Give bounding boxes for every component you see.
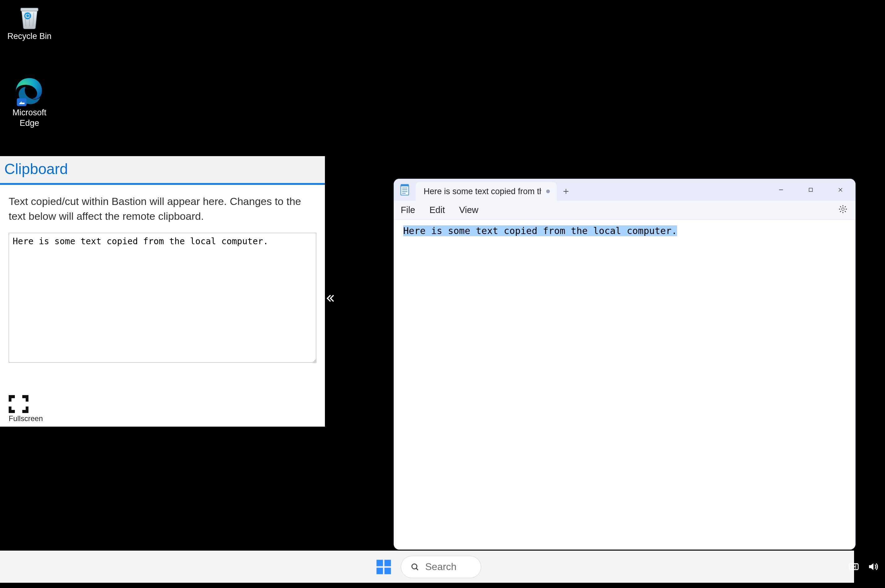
fullscreen-button[interactable]: Fullscreen bbox=[9, 395, 43, 423]
menu-file[interactable]: File bbox=[401, 205, 415, 215]
notepad-tab-title: Here is some text copied from the l bbox=[424, 187, 541, 196]
fullscreen-label: Fullscreen bbox=[9, 414, 43, 423]
selected-text: Here is some text copied from the local … bbox=[403, 225, 677, 236]
window-close-button[interactable] bbox=[826, 179, 855, 201]
window-minimize-button[interactable] bbox=[766, 179, 796, 201]
svg-rect-0 bbox=[21, 8, 38, 11]
speaker-icon bbox=[867, 561, 879, 573]
tray-input-indicator[interactable] bbox=[847, 560, 861, 574]
tray-volume[interactable] bbox=[866, 560, 880, 574]
keyboard-layout-icon bbox=[848, 561, 859, 573]
plus-icon bbox=[562, 188, 570, 195]
clipboard-panel-title: Clipboard bbox=[0, 156, 325, 185]
svg-rect-16 bbox=[376, 568, 383, 574]
svg-rect-12 bbox=[809, 188, 813, 192]
notepad-window: Here is some text copied from the l File… bbox=[394, 179, 856, 550]
windows-start-icon bbox=[375, 558, 392, 576]
notepad-app-icon bbox=[394, 179, 415, 201]
close-icon bbox=[837, 186, 844, 193]
recycle-bin-icon bbox=[3, 2, 56, 31]
desktop-icon-label: Recycle Bin bbox=[3, 31, 56, 42]
notepad-new-tab-button[interactable] bbox=[557, 182, 575, 201]
taskbar: Search bbox=[0, 550, 854, 583]
desktop-icon-label: Microsoft Edge bbox=[3, 108, 56, 129]
maximize-icon bbox=[807, 186, 814, 193]
svg-rect-7 bbox=[401, 184, 409, 186]
notepad-tab[interactable]: Here is some text copied from the l bbox=[415, 182, 557, 201]
svg-point-18 bbox=[412, 564, 417, 569]
svg-rect-14 bbox=[376, 560, 383, 566]
clipboard-panel-description: Text copied/cut within Bastion will appe… bbox=[0, 185, 325, 230]
svg-rect-15 bbox=[384, 560, 391, 566]
desktop-icon-microsoft-edge[interactable]: Microsoft Edge bbox=[3, 74, 56, 129]
bastion-clipboard-panel: Clipboard Text copied/cut within Bastion… bbox=[0, 156, 325, 427]
menu-edit[interactable]: Edit bbox=[429, 205, 445, 215]
minimize-icon bbox=[778, 186, 784, 193]
chevron-left-double-icon bbox=[326, 294, 335, 303]
edge-icon bbox=[3, 74, 56, 108]
unsaved-indicator-icon bbox=[546, 189, 550, 193]
fullscreen-icon bbox=[9, 395, 29, 413]
notepad-settings-button[interactable] bbox=[838, 204, 848, 216]
window-maximize-button[interactable] bbox=[796, 179, 826, 201]
taskbar-search[interactable]: Search bbox=[401, 556, 481, 578]
search-icon bbox=[410, 562, 420, 572]
svg-rect-17 bbox=[384, 568, 391, 574]
gear-icon bbox=[838, 204, 848, 214]
taskbar-search-placeholder: Search bbox=[425, 561, 456, 573]
clipboard-textarea[interactable] bbox=[9, 233, 316, 363]
notepad-titlebar[interactable]: Here is some text copied from the l bbox=[394, 179, 855, 201]
menu-view[interactable]: View bbox=[459, 205, 479, 215]
panel-collapse-handle[interactable] bbox=[325, 289, 336, 308]
system-tray bbox=[842, 550, 885, 583]
start-button[interactable] bbox=[373, 556, 394, 578]
notepad-text-area[interactable]: Here is some text copied from the local … bbox=[394, 220, 855, 549]
desktop-icon-recycle-bin[interactable]: Recycle Bin bbox=[3, 2, 56, 42]
notepad-menubar: File Edit View bbox=[394, 201, 855, 220]
svg-point-13 bbox=[842, 208, 844, 210]
